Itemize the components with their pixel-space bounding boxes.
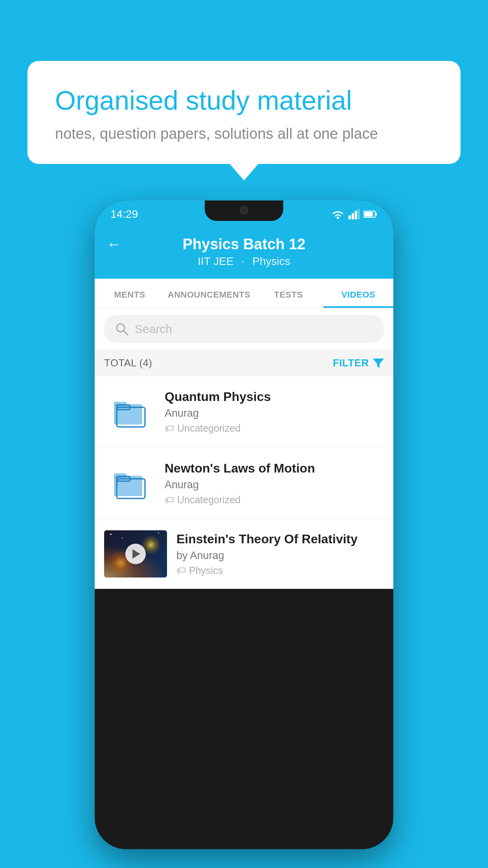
tab-videos-label: VIDEOS xyxy=(341,290,375,300)
header-tag-physics: Physics xyxy=(252,255,290,268)
status-time: 14:29 xyxy=(110,208,138,221)
tag-icon-2: 🏷 xyxy=(165,495,174,506)
search-input-placeholder: Search xyxy=(135,322,172,336)
search-bar-container: Search xyxy=(95,308,393,350)
video-author-2: Anurag xyxy=(165,479,384,491)
tab-announcements-label: ANNOUNCEMENTS xyxy=(168,290,251,300)
battery-icon xyxy=(363,210,378,218)
einstein-thumbnail xyxy=(104,530,167,577)
status-icons xyxy=(331,209,378,219)
phone-notch xyxy=(205,200,283,221)
svg-rect-6 xyxy=(375,213,377,216)
speech-bubble: Organised study material notes, question… xyxy=(28,61,460,164)
filter-icon xyxy=(373,358,384,369)
video-tag-row: 🏷 Uncategorized xyxy=(165,423,384,434)
header-title: Physics Batch 12 xyxy=(183,236,306,253)
svg-rect-2 xyxy=(352,213,354,219)
svg-rect-3 xyxy=(355,211,357,219)
tab-ments[interactable]: MENTS xyxy=(95,279,165,308)
tag-icon-3: 🏷 xyxy=(176,565,186,576)
filter-label: FILTER xyxy=(333,357,369,369)
signal-icon xyxy=(349,209,360,219)
list-item[interactable]: Quantum Physics Anurag 🏷 Uncategorized xyxy=(95,376,393,448)
tab-videos[interactable]: VIDEOS xyxy=(323,279,393,308)
video-info-3: Einstein's Theory Of Relativity by Anura… xyxy=(176,532,384,576)
svg-point-0 xyxy=(337,217,339,219)
svg-rect-12 xyxy=(114,402,127,406)
video-tag-2: Uncategorized xyxy=(177,494,240,506)
video-info-2: Newton's Laws of Motion Anurag 🏷 Uncateg… xyxy=(165,461,384,506)
video-title: Quantum Physics xyxy=(165,390,384,404)
search-icon xyxy=(115,322,128,336)
header-row: ← Physics Batch 12 xyxy=(106,236,382,253)
folder-icon-2 xyxy=(112,468,147,499)
folder-icon-container xyxy=(104,396,155,428)
svg-rect-4 xyxy=(358,209,360,219)
total-count: TOTAL (4) xyxy=(104,357,152,369)
tab-ments-label: MENTS xyxy=(114,290,145,300)
video-tag-row-3: 🏷 Physics xyxy=(176,565,384,576)
list-item[interactable]: Einstein's Theory Of Relativity by Anura… xyxy=(95,519,393,589)
folder-icon-container-2 xyxy=(104,468,155,499)
filter-row: TOTAL (4) FILTER xyxy=(95,350,393,376)
phone-camera xyxy=(240,206,248,215)
svg-rect-1 xyxy=(349,215,351,219)
video-title-3: Einstein's Theory Of Relativity xyxy=(176,532,384,546)
video-tag-row-2: 🏷 Uncategorized xyxy=(165,494,384,506)
video-tag-3: Physics xyxy=(189,565,223,576)
speech-bubble-container: Organised study material notes, question… xyxy=(28,61,460,164)
folder-icon xyxy=(112,396,147,428)
tab-tests[interactable]: TESTS xyxy=(253,279,323,308)
header-tags: IIT JEE · Physics xyxy=(198,255,290,268)
play-triangle xyxy=(132,549,140,559)
back-arrow-button[interactable]: ← xyxy=(106,236,121,253)
video-title-2: Newton's Laws of Motion xyxy=(165,461,384,476)
header-tag-iitjee: IIT JEE xyxy=(198,255,233,268)
phone-frame: 14:29 ← xyxy=(95,200,393,849)
video-info: Quantum Physics Anurag 🏷 Uncategorized xyxy=(165,390,384,434)
bubble-title: Organised study material xyxy=(55,85,433,117)
svg-marker-10 xyxy=(373,359,384,368)
tab-announcements[interactable]: ANNOUNCEMENTS xyxy=(165,279,254,308)
tab-tests-label: TESTS xyxy=(274,290,303,300)
list-item[interactable]: Newton's Laws of Motion Anurag 🏷 Uncateg… xyxy=(95,448,393,519)
app-header: ← Physics Batch 12 IIT JEE · Physics xyxy=(95,228,393,279)
video-author: Anurag xyxy=(165,407,384,419)
bubble-subtitle: notes, question papers, solutions all at… xyxy=(55,125,433,142)
wifi-icon xyxy=(331,209,345,219)
play-button[interactable] xyxy=(125,544,146,564)
header-tag-sep: · xyxy=(242,255,245,268)
video-list: Quantum Physics Anurag 🏷 Uncategorized xyxy=(95,376,393,589)
svg-rect-16 xyxy=(114,473,127,478)
tag-icon: 🏷 xyxy=(165,423,174,434)
filter-button[interactable]: FILTER xyxy=(333,357,384,369)
svg-line-9 xyxy=(124,331,128,335)
tabs-container: MENTS ANNOUNCEMENTS TESTS VIDEOS xyxy=(95,279,393,308)
svg-rect-7 xyxy=(364,212,373,217)
search-bar[interactable]: Search xyxy=(104,315,384,343)
video-tag: Uncategorized xyxy=(177,423,240,434)
video-author-3: by Anurag xyxy=(176,550,384,562)
